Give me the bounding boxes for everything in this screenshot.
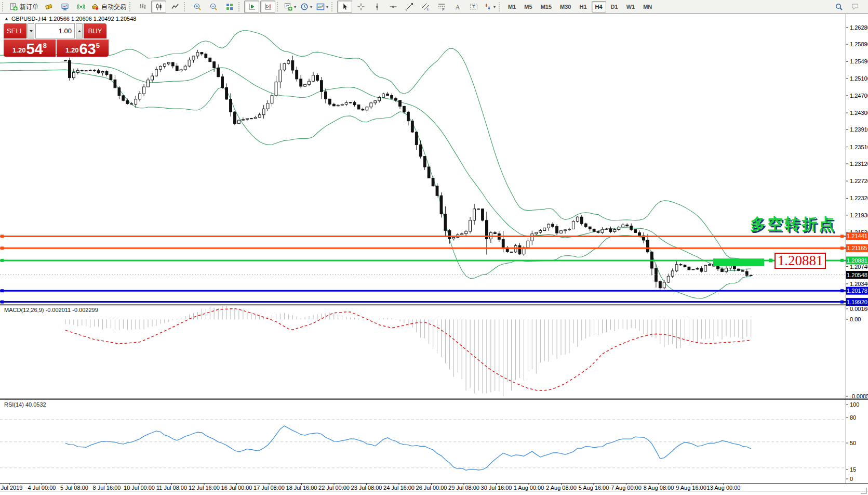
svg-text:9 Aug 16:00: 9 Aug 16:00 (676, 485, 706, 491)
crosshair-icon (357, 3, 365, 11)
triangle-down-icon (30, 30, 33, 32)
search-button[interactable] (831, 1, 846, 13)
line-chart-icon (171, 3, 179, 11)
svg-text:15: 15 (850, 466, 856, 473)
toolbar-group-grip (277, 2, 280, 11)
styler-button[interactable] (41, 1, 56, 13)
svg-text:1.20881: 1.20881 (847, 257, 867, 264)
svg-text:2 Aug 08:00: 2 Aug 08:00 (546, 485, 577, 491)
periods-button[interactable]: ▾ (299, 1, 314, 13)
svg-text:80: 80 (850, 414, 856, 421)
volume-input[interactable]: 1.00 (35, 23, 75, 38)
line-chart-button[interactable] (167, 1, 182, 13)
svg-text:1 Aug 00:00: 1 Aug 00:00 (514, 485, 544, 491)
svg-text:1.20340: 1.20340 (850, 281, 868, 287)
toolbar-button-label: 新订单 (20, 3, 38, 11)
strategy-tester-button[interactable] (57, 1, 72, 13)
rsi-indicator-label: RSI(14) 40.0532 (4, 401, 46, 408)
monitor-icon (61, 3, 69, 11)
zoom-in-icon (193, 3, 202, 11)
price-callout-box: 1.20881 (774, 253, 826, 269)
timeframe-h1-button[interactable]: H1 (576, 1, 590, 12)
new-order-icon (9, 3, 18, 11)
templates-button[interactable]: ▾ (315, 1, 330, 13)
svg-text:24 Jul 16:00: 24 Jul 16:00 (383, 485, 415, 491)
cursor-button[interactable] (337, 1, 352, 13)
one-click-collapse-arrow[interactable]: ▲ (4, 16, 9, 21)
chat-button[interactable] (847, 1, 862, 13)
vertical-line-button[interactable] (369, 1, 384, 13)
svg-text:4 Jul 00:00: 4 Jul 00:00 (28, 485, 56, 491)
new-chart-button[interactable]: ▾ (283, 1, 298, 13)
svg-text:11 Jul 08:00: 11 Jul 08:00 (156, 485, 187, 491)
auto-scroll-button[interactable] (244, 1, 259, 13)
svg-text:2 Jul 2019: 2 Jul 2019 (0, 485, 22, 491)
sell-price-button[interactable]: 1.20548 (4, 40, 56, 57)
candlestick-chart-button[interactable] (151, 1, 166, 13)
one-click-trading-panel: SELL 1.00 BUY 1.20548 1.20635 (4, 23, 109, 57)
tile-windows-button[interactable] (222, 1, 237, 13)
chevron-down-icon: ▾ (493, 5, 496, 9)
svg-text:0: 0 (850, 476, 853, 482)
svg-text:16 Jul 00:00: 16 Jul 00:00 (221, 485, 252, 491)
svg-text:5 Jul 08:00: 5 Jul 08:00 (60, 485, 88, 491)
timeframe-m5-button[interactable]: M5 (520, 1, 536, 12)
autotrading-button[interactable]: 自动交易 (89, 1, 128, 13)
signals-icon (77, 3, 85, 11)
svg-text:-0.008522: -0.008522 (850, 393, 868, 399)
zoom-out-button[interactable] (206, 1, 221, 13)
chart-shift-icon (264, 3, 272, 11)
zoom-in-button[interactable] (190, 1, 205, 13)
buy-price-button[interactable]: 1.20635 (57, 40, 109, 57)
svg-text:E: E (426, 7, 429, 11)
eraser-icon (45, 3, 53, 11)
periods-clock-icon (300, 3, 309, 11)
timeframe-m30-button[interactable]: M30 (556, 1, 575, 12)
new-order-button[interactable]: 新订单 (8, 1, 40, 13)
volume-increase-button[interactable] (76, 23, 83, 38)
timeframe-m15-button[interactable]: M15 (537, 1, 555, 12)
svg-text:7 Aug 00:00: 7 Aug 00:00 (611, 485, 642, 491)
svg-text:29 Jul 08:00: 29 Jul 08:00 (448, 485, 479, 491)
svg-text:1.23910: 1.23910 (850, 126, 868, 133)
timeframe-h4-button[interactable]: H4 (592, 1, 606, 12)
arrows-button[interactable]: ▾ (482, 1, 497, 13)
timeframe-w1-button[interactable]: W1 (623, 1, 639, 12)
chart-canvas[interactable]: 1.262801.258901.254901.251001.247001.243… (0, 14, 868, 495)
svg-text:23 Jul 08:00: 23 Jul 08:00 (351, 485, 382, 491)
sell-button[interactable]: SELL (4, 23, 26, 38)
text-label-button[interactable]: T (466, 1, 481, 13)
volume-decrease-button[interactable] (28, 23, 34, 38)
trendline-button[interactable] (402, 1, 417, 13)
timeframe-mn-button[interactable]: MN (639, 1, 656, 12)
svg-text:26 Jul 00:00: 26 Jul 00:00 (416, 485, 447, 491)
svg-text:50: 50 (850, 440, 856, 446)
chart-shift-button[interactable] (260, 1, 275, 13)
triangle-up-icon (78, 30, 81, 32)
autotrading-icon (91, 3, 99, 11)
signals-button[interactable] (73, 1, 88, 13)
svg-text:1.24700: 1.24700 (850, 93, 868, 99)
svg-text:1.22720: 1.22720 (850, 178, 868, 184)
svg-text:8 Aug 08:00: 8 Aug 08:00 (644, 485, 674, 491)
bar-chart-button[interactable] (135, 1, 150, 13)
chat-icon (851, 3, 859, 11)
svg-text:1.21930: 1.21930 (850, 212, 868, 218)
timeframe-m1-button[interactable]: M1 (504, 1, 519, 12)
svg-text:1.19920: 1.19920 (847, 299, 867, 305)
fibonacci-button[interactable]: F (434, 1, 449, 13)
equidistant-channel-button[interactable]: E (418, 1, 433, 13)
crosshair-button[interactable] (353, 1, 368, 13)
horizontal-line-button[interactable] (385, 1, 400, 13)
svg-text:18 Jul 16:00: 18 Jul 16:00 (286, 485, 317, 491)
text-button[interactable]: A (450, 1, 465, 13)
cursor-icon (341, 3, 349, 11)
buy-button[interactable]: BUY (84, 23, 106, 38)
symbol-period-label: GBPUSD-,H4 (11, 16, 46, 22)
svg-text:0.00: 0.00 (850, 316, 861, 322)
svg-text:F: F (442, 8, 444, 11)
tile-windows-icon (225, 3, 234, 11)
search-icon (835, 3, 843, 11)
resize-grip[interactable] (861, 488, 867, 494)
timeframe-d1-button[interactable]: D1 (607, 1, 622, 12)
